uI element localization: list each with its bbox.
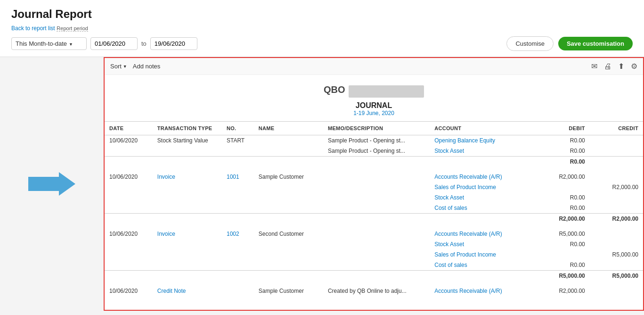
cell-debit xyxy=(537,249,590,260)
report-header: QBO JOURNAL 1-19 June, 2020 xyxy=(105,75,643,121)
col-header-no: NO. xyxy=(222,121,254,135)
cell-credit xyxy=(590,146,643,157)
cell-total-debit: R5,000.00 xyxy=(537,270,590,281)
report-area: Sort ▼ Add notes ✉ 🖨 ⬆ ⚙ QBO JOURNAL 1-1… xyxy=(104,57,644,311)
table-row-total: R5,000.00 R5,000.00 xyxy=(105,270,643,281)
date-from-input[interactable] xyxy=(90,37,138,50)
add-notes-button[interactable]: Add notes xyxy=(133,63,161,70)
cell-account[interactable]: Opening Balance Equity xyxy=(430,135,536,146)
toolbar-right: ✉ 🖨 ⬆ ⚙ xyxy=(591,62,637,71)
customise-button[interactable]: Customise xyxy=(506,36,553,51)
cell-type xyxy=(153,146,222,157)
company-name-box xyxy=(349,85,424,98)
to-label: to xyxy=(141,40,147,47)
cell-no[interactable]: 1002 xyxy=(222,229,254,239)
table-row: 10/06/2020 Invoice 1002 Second Customer … xyxy=(105,229,643,239)
cell-debit: R0.00 xyxy=(537,203,590,214)
cell-total-debit: R2,000.00 xyxy=(537,213,590,224)
back-link[interactable]: Back to report list xyxy=(11,25,55,32)
report-title: JOURNAL xyxy=(105,101,643,110)
cell-memo xyxy=(323,229,430,239)
date-range-select[interactable]: This Month-to-date xyxy=(11,37,87,50)
cell-account[interactable]: Cost of sales xyxy=(430,260,536,271)
table-row: Stock Asset R0.00 xyxy=(105,192,643,203)
cell-name xyxy=(254,146,323,157)
table-row-total: R2,000.00 R2,000.00 xyxy=(105,213,643,224)
table-row: Cost of sales R0.00 xyxy=(105,260,643,271)
cell-account[interactable]: Sales of Product Income xyxy=(430,249,536,260)
col-header-credit: CREDIT xyxy=(590,121,643,135)
arrow-icon xyxy=(28,172,75,196)
cell-debit: R0.00 xyxy=(537,135,590,146)
cell-memo: Created by QB Online to adju... xyxy=(323,286,430,296)
journal-table: DATE TRANSACTION TYPE NO. NAME MEMO/DESC… xyxy=(105,121,643,296)
cell-credit xyxy=(590,203,643,214)
controls-row: This Month-to-date to Customise Save cus… xyxy=(11,36,633,51)
col-header-name: NAME xyxy=(254,121,323,135)
cell-no[interactable]: 1001 xyxy=(222,172,254,182)
col-header-account: ACCOUNT xyxy=(430,121,536,135)
cell-account[interactable]: Accounts Receivable (A/R) xyxy=(430,229,536,239)
table-row: Sample Product - Opening st... Stock Ass… xyxy=(105,146,643,157)
cell-debit: R0.00 xyxy=(537,239,590,249)
cell-name xyxy=(254,135,323,146)
save-customisation-button[interactable]: Save customisation xyxy=(558,37,633,50)
cell-account[interactable]: Stock Asset xyxy=(430,192,536,203)
cell-account[interactable]: Accounts Receivable (A/R) xyxy=(430,286,536,296)
cell-account[interactable]: Cost of sales xyxy=(430,203,536,214)
table-row: Sales of Product Income R5,000.00 xyxy=(105,249,643,260)
col-header-type: TRANSACTION TYPE xyxy=(153,121,222,135)
cell-debit: R0.00 xyxy=(537,192,590,203)
cell-name: Second Customer xyxy=(254,229,323,239)
sort-button[interactable]: Sort ▼ xyxy=(110,63,127,70)
col-header-debit: DEBIT xyxy=(537,121,590,135)
cell-credit xyxy=(590,172,643,182)
sort-chevron-icon: ▼ xyxy=(123,64,127,69)
cell-type[interactable]: Invoice xyxy=(153,229,222,239)
cell-total-credit xyxy=(590,156,643,167)
date-to-input[interactable] xyxy=(150,37,197,50)
cell-account[interactable]: Stock Asset xyxy=(430,239,536,249)
table-row: Cost of sales R0.00 xyxy=(105,203,643,214)
right-controls: Customise Save customisation xyxy=(506,36,633,51)
cell-account[interactable]: Sales of Product Income xyxy=(430,182,536,192)
col-header-date: DATE xyxy=(105,121,153,135)
cell-memo: Sample Product - Opening st... xyxy=(323,146,430,157)
spacer-row xyxy=(105,224,643,229)
cell-memo: Sample Product - Opening st... xyxy=(323,135,430,146)
cell-debit: R5,000.00 xyxy=(537,229,590,239)
cell-type[interactable]: Invoice xyxy=(153,172,222,182)
chevron-down-icon xyxy=(69,40,73,47)
arrow-container xyxy=(0,57,104,311)
email-icon[interactable]: ✉ xyxy=(591,62,597,71)
cell-credit xyxy=(590,260,643,271)
spacer-row xyxy=(105,167,643,172)
cell-date: 10/06/2020 xyxy=(105,286,153,296)
cell-memo xyxy=(323,172,430,182)
table-row-total: R0.00 xyxy=(105,156,643,167)
cell-date: 10/06/2020 xyxy=(105,229,153,239)
cell-total-credit: R2,000.00 xyxy=(590,213,643,224)
cell-no: START xyxy=(222,135,254,146)
table-row: 10/06/2020 Credit Note Sample Customer C… xyxy=(105,286,643,296)
page-title: Journal Report xyxy=(11,8,633,21)
cell-debit: R2,000.00 xyxy=(537,172,590,182)
cell-debit: R0.00 xyxy=(537,146,590,157)
print-icon[interactable]: 🖨 xyxy=(604,62,611,71)
cell-account[interactable]: Stock Asset xyxy=(430,146,536,157)
cell-credit: R5,000.00 xyxy=(590,249,643,260)
report-toolbar: Sort ▼ Add notes ✉ 🖨 ⬆ ⚙ xyxy=(105,58,643,75)
cell-date xyxy=(105,146,153,157)
cell-debit: R0.00 xyxy=(537,260,590,271)
cell-type[interactable]: Credit Note xyxy=(153,286,222,296)
cell-no xyxy=(222,146,254,157)
top-bar: Journal Report Back to report list Repor… xyxy=(0,0,644,57)
cell-total-credit: R5,000.00 xyxy=(590,270,643,281)
cell-account[interactable]: Accounts Receivable (A/R) xyxy=(430,172,536,182)
spacer-row xyxy=(105,281,643,286)
col-header-memo: MEMO/DESCRIPTION xyxy=(323,121,430,135)
settings-icon[interactable]: ⚙ xyxy=(631,62,637,71)
cell-total-debit: R0.00 xyxy=(537,156,590,167)
export-icon[interactable]: ⬆ xyxy=(618,62,624,71)
cell-credit xyxy=(590,239,643,249)
